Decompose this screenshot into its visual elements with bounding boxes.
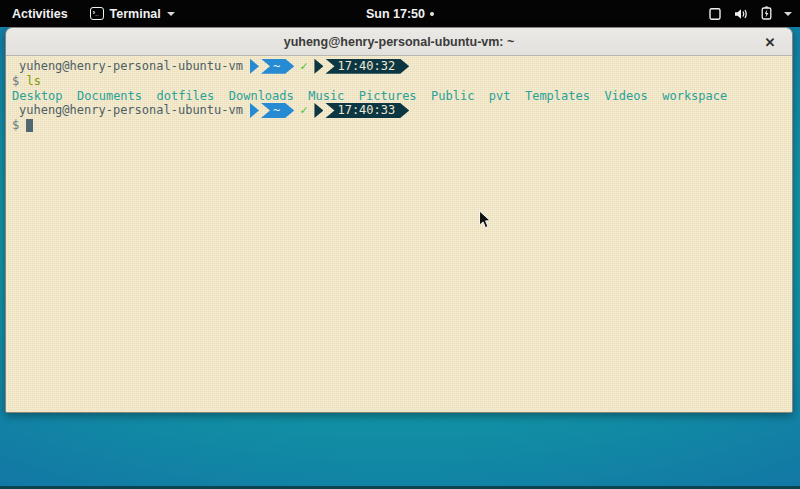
prompt-user: yuheng@henry-personal-ubuntu-vm <box>12 103 243 117</box>
close-button[interactable]: ✕ <box>758 28 782 56</box>
terminal-content[interactable]: yuheng@henry-personal-ubuntu-vm ~ ✓ 17:4… <box>6 56 792 412</box>
command-line: $ ls <box>12 74 792 89</box>
display-icon <box>708 7 722 21</box>
window-title: yuheng@henry-personal-ubuntu-vm: ~ <box>284 35 515 49</box>
status-check-icon: ✓ <box>294 59 314 73</box>
battery-charging-icon <box>760 6 773 21</box>
app-menu-label: Terminal <box>110 7 161 21</box>
window-titlebar[interactable]: yuheng@henry-personal-ubuntu-vm: ~ ✕ <box>6 28 792 56</box>
prompt-time-segment: 17:40:32 <box>325 59 409 74</box>
powerline-segments: ~ ✓ 17:40:33 <box>250 103 409 118</box>
terminal-icon: ›_ <box>90 7 104 20</box>
status-check-icon: ✓ <box>294 103 314 117</box>
notification-dot-icon <box>430 12 434 16</box>
prompt-line: yuheng@henry-personal-ubuntu-vm ~ ✓ 17:4… <box>12 59 792 74</box>
prompt-path-segment: ~ <box>261 103 294 118</box>
prompt-user: yuheng@henry-personal-ubuntu-vm <box>12 59 243 73</box>
powerline-arrow-icon <box>314 59 323 74</box>
activities-button[interactable]: Activities <box>0 0 80 27</box>
top-bar: Activities ›_ Terminal Sun 17:50 <box>0 0 800 27</box>
input-line[interactable]: $ <box>12 118 792 133</box>
prompt-path-segment: ~ <box>261 59 294 74</box>
clock-label: Sun 17:50 <box>366 7 425 21</box>
powerline-arrow-icon <box>250 59 259 74</box>
ls-output-line: Desktop Documents dotfiles Downloads Mus… <box>12 88 792 103</box>
chevron-down-icon <box>784 12 792 16</box>
prompt-line: yuheng@henry-personal-ubuntu-vm ~ ✓ 17:4… <box>12 103 792 118</box>
command-text: ls <box>26 74 40 88</box>
powerline-segments: ~ ✓ 17:40:32 <box>250 59 409 74</box>
system-tray[interactable] <box>708 0 792 27</box>
volume-icon <box>733 7 749 21</box>
chevron-down-icon <box>167 12 175 16</box>
prompt-symbol: $ <box>12 118 26 132</box>
powerline-arrow-icon <box>314 103 323 118</box>
text-cursor <box>26 119 33 132</box>
powerline-arrow-icon <box>250 103 259 118</box>
terminal-window: yuheng@henry-personal-ubuntu-vm: ~ ✕ yuh… <box>5 27 793 413</box>
directory-list: Desktop Documents dotfiles Downloads Mus… <box>12 89 727 103</box>
activities-label: Activities <box>12 7 68 21</box>
mouse-pointer-icon <box>478 210 492 230</box>
app-menu-button[interactable]: ›_ Terminal <box>80 0 185 27</box>
prompt-symbol: $ <box>12 74 26 88</box>
prompt-time-segment: 17:40:33 <box>325 103 409 118</box>
